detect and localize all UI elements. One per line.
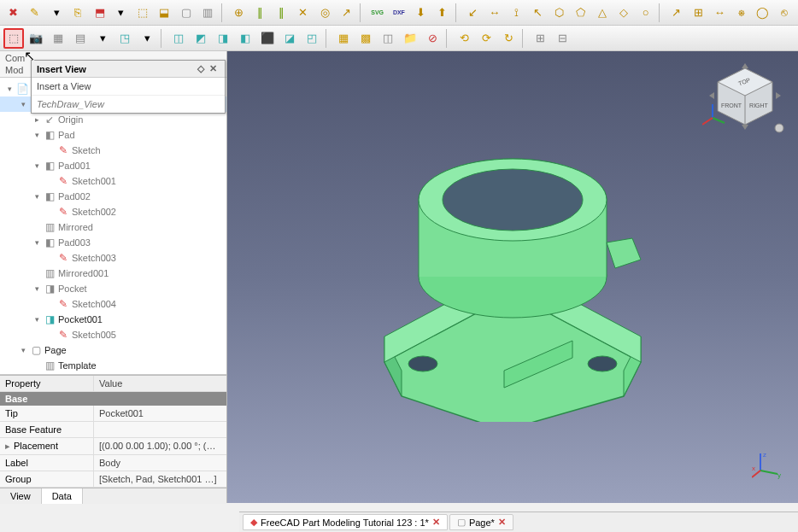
section-tool-3[interactable]: ◨ bbox=[213, 28, 233, 49]
tree-pad003[interactable]: ▾ ◧ Pad003 bbox=[0, 235, 226, 250]
property-tab-data[interactable]: Data bbox=[42, 488, 83, 504]
techdraw-tool-frame2[interactable]: ▥ bbox=[197, 3, 217, 23]
techdraw-tool-dropdown-2[interactable]: ▾ bbox=[111, 3, 131, 23]
caret-icon[interactable]: ▾ bbox=[31, 284, 43, 293]
techdraw-tool-close[interactable]: ✖ bbox=[3, 3, 23, 23]
tree-sketch005[interactable]: ✎ Sketch005 bbox=[0, 327, 226, 342]
techdraw-tool-dropdown-1[interactable]: ▾ bbox=[47, 3, 67, 23]
view-tool-2[interactable]: ▦ bbox=[48, 28, 68, 49]
tree-pad[interactable]: ▾ ◧ Pad bbox=[0, 127, 226, 143]
update-tool-2[interactable]: ⟳ bbox=[476, 28, 496, 49]
techdraw-tool-box2[interactable]: ⬓ bbox=[155, 3, 174, 23]
doc-tab-page[interactable]: ▢ Page* ✕ bbox=[449, 514, 513, 530]
hatch-tool-2[interactable]: ▩ bbox=[355, 28, 376, 49]
techdraw-tool-frame1[interactable]: ▢ bbox=[176, 3, 196, 23]
link-tool-2[interactable]: ⊞ bbox=[688, 3, 707, 23]
tree-pad001[interactable]: ▾ ◧ Pad001 bbox=[0, 158, 226, 173]
link-tool-5[interactable]: ◯ bbox=[753, 3, 772, 23]
dim-tool-cross[interactable]: ✕ bbox=[293, 3, 313, 23]
export-dxf[interactable]: DXF bbox=[389, 3, 408, 23]
hatch-tool-5[interactable]: ⊘ bbox=[422, 28, 443, 49]
close-tab-icon[interactable]: ✕ bbox=[498, 517, 506, 528]
caret-icon[interactable]: ▾ bbox=[17, 346, 29, 354]
link-tool-4[interactable]: ⎈ bbox=[731, 3, 751, 23]
update-tool-3[interactable]: ↻ bbox=[498, 28, 519, 49]
section-tool-7[interactable]: ◰ bbox=[302, 28, 322, 49]
tooltip-pin-icon[interactable]: ◇ bbox=[195, 63, 207, 73]
tooltip-close-icon[interactable]: ✕ bbox=[207, 63, 220, 73]
doc-tab-model[interactable]: ◆ FreeCAD Part Modeling Tutorial 123 : 1… bbox=[243, 514, 448, 530]
tree-mirrored001[interactable]: ▥ Mirrored001 bbox=[0, 266, 226, 281]
tree-page[interactable]: ▾ ▢ Page bbox=[0, 342, 226, 358]
caret-icon[interactable]: ▸ bbox=[31, 115, 43, 124]
close-tab-icon[interactable]: ✕ bbox=[432, 517, 440, 528]
techdraw-tool-rect[interactable]: ⬚ bbox=[133, 3, 153, 23]
section-tool-5[interactable]: ⬛ bbox=[257, 28, 278, 49]
techdraw-tool-box1[interactable]: ⬒ bbox=[90, 3, 109, 23]
geom-tool-5[interactable]: ⬡ bbox=[549, 3, 569, 23]
tree-origin[interactable]: ▸ ↙ Origin bbox=[0, 112, 226, 127]
tree-sketch001[interactable]: ✎ Sketch001 bbox=[0, 173, 226, 189]
geom-tool-1[interactable]: ↙ bbox=[463, 3, 483, 23]
hatch-tool-4[interactable]: 📁 bbox=[400, 28, 420, 49]
tree-pad002[interactable]: ▾ ◧ Pad002 bbox=[0, 189, 226, 204]
export-up[interactable]: ⬆ bbox=[432, 3, 452, 23]
property-row-placement[interactable]: ▸Placement [(0.00 0.00 1.00); 0.00 °; (… bbox=[0, 438, 226, 455]
section-tool-1[interactable]: ◫ bbox=[168, 28, 189, 49]
geom-tool-3[interactable]: ⟟ bbox=[506, 3, 525, 23]
view-dropdown-2[interactable]: ▾ bbox=[137, 28, 157, 49]
dim-tool-center[interactable]: ⊕ bbox=[229, 3, 249, 23]
geom-tool-9[interactable]: ○ bbox=[636, 3, 655, 23]
export-svg[interactable]: SVG bbox=[367, 3, 387, 23]
3d-viewport[interactable]: TOP FRONT RIGHT z y x bbox=[227, 51, 798, 503]
dim-tool-circle[interactable]: ◎ bbox=[315, 3, 335, 23]
techdraw-tool-copy[interactable]: ⎘ bbox=[68, 3, 88, 23]
grid-tool-2[interactable]: ⊟ bbox=[552, 28, 572, 49]
snapshot-button[interactable]: 📷 bbox=[26, 28, 46, 49]
geom-tool-2[interactable]: ↔ bbox=[484, 3, 504, 23]
caret-icon[interactable]: ▾ bbox=[31, 192, 43, 201]
dim-tool-arrow[interactable]: ↗ bbox=[337, 3, 356, 23]
caret-icon[interactable]: ▾ bbox=[31, 161, 43, 170]
link-tool-1[interactable]: ↗ bbox=[666, 3, 686, 23]
view-tool-4[interactable]: ◳ bbox=[114, 28, 135, 49]
tree-mirrored[interactable]: ▥ Mirrored bbox=[0, 219, 226, 235]
caret-icon[interactable]: ▾ bbox=[3, 85, 15, 93]
view-tool-3[interactable]: ▤ bbox=[70, 28, 91, 49]
dim-tool-vert2[interactable]: ‖ bbox=[272, 3, 291, 23]
geom-tool-6[interactable]: ⬠ bbox=[571, 3, 590, 23]
hatch-tool-3[interactable]: ◫ bbox=[378, 28, 398, 49]
section-tool-2[interactable]: ◩ bbox=[191, 28, 211, 49]
update-tool-1[interactable]: ⟲ bbox=[454, 28, 474, 49]
tree-template[interactable]: ▥ Template bbox=[0, 358, 226, 373]
property-row-basefeature[interactable]: Base Feature bbox=[0, 422, 226, 438]
grid-tool-1[interactable]: ⊞ bbox=[530, 28, 550, 49]
tree-pocket001[interactable]: ▾ ◨ Pocket001 bbox=[0, 312, 226, 327]
geom-tool-8[interactable]: ◇ bbox=[614, 3, 634, 23]
section-tool-6[interactable]: ◪ bbox=[279, 28, 300, 49]
geom-tool-7[interactable]: △ bbox=[593, 3, 613, 23]
property-row-label[interactable]: Label Body bbox=[0, 455, 226, 471]
link-tool-6[interactable]: ⎋ bbox=[775, 3, 795, 23]
model-tree[interactable]: ▾ 📄 Modeling Tutorial 123 ▾ ⬢ Body ▸ ↙ O… bbox=[0, 77, 226, 375]
insert-view-button[interactable]: ⬚ bbox=[3, 28, 24, 49]
view-dropdown-1[interactable]: ▾ bbox=[92, 28, 113, 49]
dim-tool-vert1[interactable]: ‖ bbox=[250, 3, 270, 23]
hatch-tool-1[interactable]: ▦ bbox=[333, 28, 354, 49]
caret-icon[interactable]: ▾ bbox=[31, 315, 43, 324]
property-row-group[interactable]: Group [Sketch, Pad, Sketch001 …] bbox=[0, 471, 226, 488]
caret-icon[interactable]: ▾ bbox=[31, 131, 43, 139]
link-tool-3[interactable]: ↔ bbox=[710, 3, 730, 23]
tree-sketch002[interactable]: ✎ Sketch002 bbox=[0, 204, 226, 219]
import-down[interactable]: ⬇ bbox=[411, 3, 431, 23]
techdraw-tool-edit[interactable]: ✎ bbox=[25, 3, 44, 23]
caret-icon[interactable]: ▾ bbox=[31, 238, 43, 247]
tree-pocket[interactable]: ▾ ◨ Pocket bbox=[0, 281, 226, 296]
section-tool-4[interactable]: ◧ bbox=[235, 28, 255, 49]
geom-tool-4[interactable]: ↖ bbox=[528, 3, 548, 23]
property-tab-view[interactable]: View bbox=[0, 488, 42, 504]
tree-sketch003[interactable]: ✎ Sketch003 bbox=[0, 250, 226, 266]
tree-sketch[interactable]: ✎ Sketch bbox=[0, 143, 226, 158]
tree-sketch004[interactable]: ✎ Sketch004 bbox=[0, 296, 226, 312]
property-row-tip[interactable]: Tip Pocket001 bbox=[0, 406, 226, 422]
